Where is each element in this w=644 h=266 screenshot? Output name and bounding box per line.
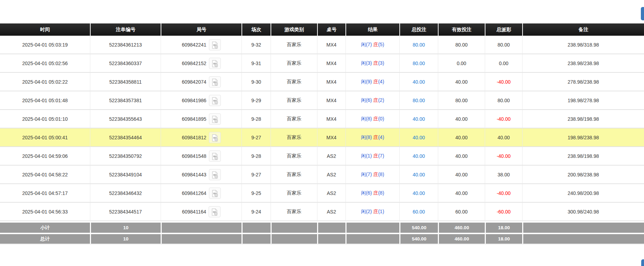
bet-record-row[interactable]: 2025-04-01 05:03:19522384361213609842241… bbox=[0, 36, 644, 54]
cell-payout: 0.00 bbox=[485, 54, 522, 73]
bet-record-row[interactable]: 2025-04-01 04:57:17522384346432609841264… bbox=[0, 184, 644, 203]
column-header-time: 时间 bbox=[0, 23, 90, 36]
cell-valid-bet: 40.00 bbox=[438, 128, 485, 147]
cell-game-type: 百家乐 bbox=[271, 166, 317, 184]
bet-record-row[interactable]: 2025-04-01 05:00:41522384354464609841812… bbox=[0, 128, 644, 147]
column-header-total_bet: 总投注 bbox=[399, 23, 438, 36]
cell-total-bet: 60.00 bbox=[399, 203, 438, 221]
result-banker-points: (2) bbox=[378, 97, 384, 103]
summary-empty bbox=[345, 233, 399, 244]
cell-remark: 278.98/238.98 bbox=[522, 73, 644, 91]
cell-payout: -40.00 bbox=[485, 73, 522, 91]
cell-bet-id: 522384361213 bbox=[90, 36, 161, 54]
round-number: 609842152 bbox=[182, 61, 206, 66]
bet-record-row[interactable]: 2025-04-01 05:01:10522384355643609841895… bbox=[0, 110, 644, 128]
cell-table-no: MX4 bbox=[317, 36, 345, 54]
bet-records-table: 时间注单编号局号场次游戏类别桌号结果总投注有效投注总派彩备注 2025-04-0… bbox=[0, 23, 644, 244]
cell-result: 闲(8) 庄(4) bbox=[345, 128, 399, 147]
bet-record-row[interactable]: 2025-04-01 05:02:22522384358811609842074… bbox=[0, 73, 644, 91]
video-record-icon bbox=[211, 59, 219, 68]
cell-total-bet: 40.00 bbox=[399, 73, 438, 91]
bet-record-row[interactable]: 2025-04-01 04:56:33522384344517609841164… bbox=[0, 203, 644, 221]
cell-session: 9-31 bbox=[241, 54, 271, 73]
bet-record-row[interactable]: 2025-04-01 04:59:06522384350792609841548… bbox=[0, 147, 644, 166]
column-header-session: 场次 bbox=[241, 23, 271, 36]
cell-game-type: 百家乐 bbox=[271, 73, 317, 91]
cell-valid-bet: 40.00 bbox=[438, 73, 485, 91]
video-replay-button[interactable] bbox=[209, 150, 221, 162]
cell-valid-bet: 40.00 bbox=[438, 147, 485, 166]
cell-bet-id: 522384354464 bbox=[90, 128, 161, 147]
result-banker-points: (5) bbox=[378, 42, 384, 47]
round-number: 609841812 bbox=[182, 135, 206, 140]
cell-result: 闲(8) 庄(0) bbox=[345, 110, 399, 128]
scrollbar-bottom-right-fragment[interactable] bbox=[641, 259, 644, 266]
cell-game-type: 百家乐 bbox=[271, 91, 317, 110]
cell-time: 2025-04-01 04:59:06 bbox=[0, 147, 90, 166]
video-replay-button[interactable] bbox=[209, 188, 221, 199]
cell-table-no: MX4 bbox=[317, 128, 345, 147]
summary-empty bbox=[271, 233, 317, 244]
cell-table-no: MX4 bbox=[317, 54, 345, 73]
cell-time: 2025-04-01 05:02:22 bbox=[0, 73, 90, 91]
table-body: 2025-04-01 05:03:19522384361213609842241… bbox=[0, 36, 644, 244]
bet-record-row[interactable]: 2025-04-01 05:01:48522384357381609841986… bbox=[0, 91, 644, 110]
cell-remark: 238.98/318.98 bbox=[522, 36, 644, 54]
result-player-points: (6) bbox=[366, 190, 372, 196]
cell-total-bet: 40.00 bbox=[399, 128, 438, 147]
result-banker-points: (7) bbox=[378, 153, 384, 159]
summary-label: 总计 bbox=[0, 233, 90, 244]
cell-total-bet: 40.00 bbox=[399, 166, 438, 184]
cell-valid-bet: 40.00 bbox=[438, 110, 485, 128]
cell-session: 9-27 bbox=[241, 166, 271, 184]
video-replay-button[interactable] bbox=[209, 206, 220, 217]
cell-result: 闲(7) 庄(5) bbox=[345, 36, 399, 54]
bet-record-row[interactable]: 2025-04-01 04:58:22522384349104609841443… bbox=[0, 166, 644, 184]
cell-round-id: 609841986 bbox=[161, 91, 241, 110]
cell-bet-id: 522384350792 bbox=[90, 147, 161, 166]
cell-session: 9-32 bbox=[241, 36, 271, 54]
cell-time: 2025-04-01 05:00:41 bbox=[0, 128, 90, 147]
cell-total-bet: 40.00 bbox=[399, 147, 438, 166]
cell-time: 2025-04-01 04:57:17 bbox=[0, 184, 90, 203]
round-number: 609841986 bbox=[182, 98, 206, 103]
cell-result: 闲(3) 庄(3) bbox=[345, 54, 399, 73]
video-replay-button[interactable] bbox=[209, 39, 221, 50]
video-record-icon bbox=[211, 78, 219, 86]
scrollbar-top-right-fragment[interactable] bbox=[641, 7, 644, 20]
result-player-label: 闲 bbox=[361, 97, 366, 103]
cell-valid-bet: 40.00 bbox=[438, 184, 485, 203]
summary-empty bbox=[271, 221, 317, 233]
cell-result: 闲(6) 庄(2) bbox=[345, 91, 399, 110]
cell-result: 闲(7) 庄(8) bbox=[345, 166, 399, 184]
video-replay-button[interactable] bbox=[209, 58, 221, 69]
summary-valid-bet: 460.00 bbox=[438, 233, 485, 244]
video-replay-button[interactable] bbox=[209, 95, 221, 106]
round-number: 609841264 bbox=[182, 190, 206, 196]
cell-round-id: 609841164 bbox=[161, 203, 241, 221]
cell-game-type: 百家乐 bbox=[271, 128, 317, 147]
cell-table-no: AS2 bbox=[317, 147, 345, 166]
grand-total-row: 总计10540.00460.0018.00 bbox=[0, 233, 644, 244]
cell-session: 9-25 bbox=[241, 184, 271, 203]
cell-session: 9-30 bbox=[241, 73, 271, 91]
column-header-table_no: 桌号 bbox=[317, 23, 345, 36]
round-number: 609841164 bbox=[182, 209, 206, 215]
result-player-points: (3) bbox=[366, 60, 372, 66]
cell-table-no: MX4 bbox=[317, 73, 345, 91]
video-record-icon bbox=[211, 97, 219, 105]
video-record-icon bbox=[211, 152, 219, 161]
summary-total-bet: 540.00 bbox=[399, 233, 438, 244]
video-replay-button[interactable] bbox=[209, 76, 221, 88]
cell-round-id: 609841895 bbox=[161, 110, 241, 128]
cell-round-id: 609841264 bbox=[161, 184, 241, 203]
result-player-label: 闲 bbox=[361, 190, 366, 196]
summary-count: 10 bbox=[90, 221, 161, 233]
bet-record-row[interactable]: 2025-04-01 05:02:56522384360337609842152… bbox=[0, 54, 644, 73]
cell-time: 2025-04-01 05:03:19 bbox=[0, 36, 90, 54]
video-record-icon bbox=[211, 171, 219, 179]
video-replay-button[interactable] bbox=[209, 132, 221, 143]
cell-remark: 198.98/238.98 bbox=[522, 128, 644, 147]
video-replay-button[interactable] bbox=[209, 169, 221, 180]
video-replay-button[interactable] bbox=[209, 113, 221, 125]
